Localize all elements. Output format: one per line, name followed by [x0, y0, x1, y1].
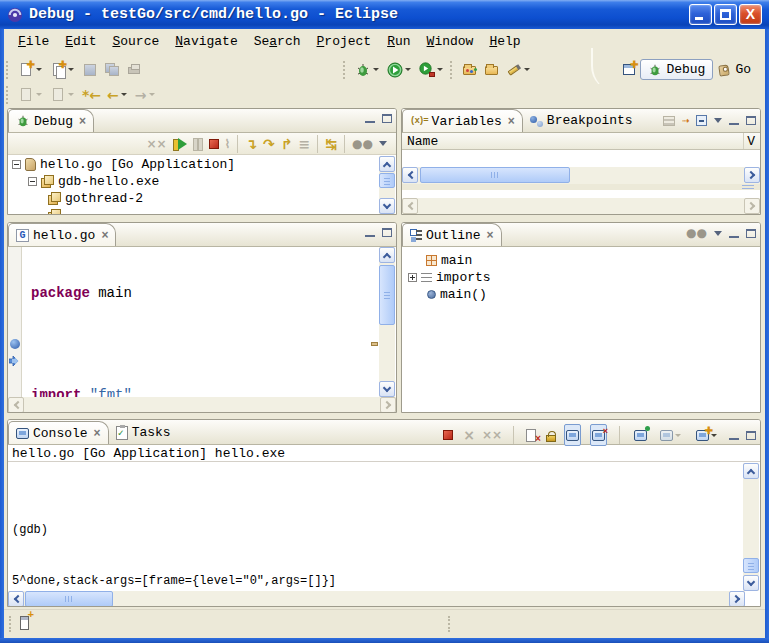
- remove-all-terminated-button[interactable]: ××: [144, 133, 168, 155]
- remove-all-terminated-icon[interactable]: ××: [482, 429, 502, 441]
- collapse-expander-icon[interactable]: [12, 160, 21, 169]
- new-project-button[interactable]: ✚: [48, 59, 78, 81]
- close-tab-icon[interactable]: ×: [487, 228, 494, 242]
- menu-help[interactable]: Help: [481, 32, 528, 51]
- minimize-view-icon[interactable]: [729, 116, 739, 125]
- console-terminate-button[interactable]: [441, 424, 455, 446]
- back-button[interactable]: ←: [105, 84, 131, 106]
- tab-variables[interactable]: (x)= Variables ×: [402, 109, 523, 132]
- minimize-view-icon[interactable]: [365, 228, 375, 237]
- menu-edit[interactable]: Edit: [57, 32, 104, 51]
- maximize-view-icon[interactable]: [382, 114, 392, 123]
- code-line[interactable]: package main: [31, 285, 371, 302]
- add-global-variables-icon[interactable]: ⇢: [682, 114, 689, 127]
- debug-tree-vscrollbar[interactable]: [379, 156, 395, 214]
- tab-breakpoints[interactable]: Breakpoints: [523, 109, 640, 132]
- debug-view-menu-button[interactable]: [377, 133, 389, 155]
- outline-item-imports[interactable]: imports: [402, 269, 760, 286]
- save-all-button[interactable]: [102, 59, 122, 81]
- external-tools-button[interactable]: [417, 59, 447, 81]
- maximize-view-icon[interactable]: [746, 431, 756, 440]
- outline-extras-icon[interactable]: ●●: [686, 228, 707, 238]
- scroll-up-arrow[interactable]: [743, 463, 759, 479]
- minimize-view-icon[interactable]: [729, 229, 739, 238]
- toolbar-grip[interactable]: [343, 61, 347, 79]
- minimize-view-icon[interactable]: [365, 114, 375, 123]
- scroll-thumb[interactable]: [379, 173, 395, 188]
- scroll-left-arrow[interactable]: [402, 198, 418, 214]
- variables-detail-pane[interactable]: [402, 190, 760, 198]
- outline-item-package[interactable]: main: [402, 252, 760, 269]
- view-menu-icon[interactable]: [714, 118, 722, 123]
- disconnect-button[interactable]: ⌇: [223, 133, 233, 155]
- go-into-doc-button[interactable]: [48, 84, 78, 106]
- close-tab-icon[interactable]: ×: [101, 228, 108, 242]
- menu-project[interactable]: Project: [309, 32, 380, 51]
- title-bar[interactable]: Debug - testGo/src/cmd/hello.go - Eclips…: [0, 0, 769, 29]
- toolbar-grip[interactable]: [6, 86, 10, 104]
- scroll-up-arrow[interactable]: [379, 247, 395, 263]
- scroll-up-arrow[interactable]: [379, 156, 395, 172]
- clear-console-icon[interactable]: ×: [525, 428, 539, 443]
- close-tab-icon[interactable]: ×: [508, 114, 515, 128]
- detail-hscrollbar[interactable]: [402, 198, 760, 215]
- toolbar-grip[interactable]: [6, 61, 10, 79]
- show-stderr-toggle[interactable]: ×: [590, 424, 607, 446]
- fast-view-icon[interactable]: [20, 616, 29, 630]
- menu-navigate[interactable]: Navigate: [167, 32, 245, 51]
- editor-hscrollbar[interactable]: [8, 397, 396, 413]
- variables-hscrollbar[interactable]: [402, 167, 760, 184]
- use-step-filters-button[interactable]: ↹: [323, 133, 339, 155]
- menu-source[interactable]: Source: [104, 32, 167, 51]
- tab-debug[interactable]: Debug ×: [8, 109, 94, 132]
- tree-row-process[interactable]: gdb-hello.exe: [8, 173, 379, 190]
- editor-vscrollbar[interactable]: [379, 247, 395, 397]
- debug-button[interactable]: [353, 59, 383, 81]
- collapse-all-icon[interactable]: [696, 115, 707, 126]
- new-wizard-button[interactable]: ✚: [16, 59, 46, 81]
- open-console-button[interactable]: ✚: [694, 424, 721, 446]
- overview-ruler-marker[interactable]: [371, 342, 378, 346]
- resume-button[interactable]: [171, 133, 189, 155]
- outline-item-main-func[interactable]: main(): [402, 286, 760, 303]
- scroll-lock-icon[interactable]: [546, 435, 556, 442]
- perspective-go-button[interactable]: Go: [713, 60, 755, 80]
- minimize-view-icon[interactable]: [729, 431, 739, 440]
- menu-search[interactable]: Search: [246, 32, 309, 51]
- scroll-down-arrow[interactable]: [743, 575, 759, 591]
- menu-file[interactable]: File: [10, 32, 57, 51]
- statusbar-grip[interactable]: [9, 616, 12, 632]
- forward-button[interactable]: →: [133, 84, 159, 106]
- editor-marker-ruler[interactable]: [8, 247, 22, 397]
- column-divider[interactable]: [743, 133, 744, 149]
- show-type-names-icon[interactable]: [663, 116, 675, 126]
- scroll-left-arrow[interactable]: [8, 397, 24, 413]
- menu-window[interactable]: Window: [419, 32, 482, 51]
- save-button[interactable]: [80, 59, 100, 81]
- statusbar-grip[interactable]: [448, 616, 451, 632]
- scroll-thumb[interactable]: [25, 591, 113, 607]
- minimize-button[interactable]: [689, 4, 712, 25]
- scroll-left-arrow[interactable]: [402, 167, 418, 183]
- search-button[interactable]: [504, 59, 534, 81]
- tab-outline[interactable]: Outline ×: [402, 223, 502, 246]
- variables-table-area[interactable]: [402, 151, 760, 167]
- code-area[interactable]: package main import "fmt" func main() { …: [23, 247, 371, 397]
- scroll-thumb[interactable]: [420, 167, 570, 183]
- display-selected-console-button[interactable]: [658, 424, 685, 446]
- maximize-view-icon[interactable]: [746, 116, 756, 125]
- perspective-debug-button[interactable]: Debug: [640, 59, 713, 80]
- scroll-right-arrow[interactable]: [744, 167, 760, 183]
- close-tab-icon[interactable]: ×: [79, 114, 86, 128]
- tree-row-launch[interactable]: hello.go [Go Application]: [8, 156, 379, 173]
- step-over-button[interactable]: ↷: [261, 133, 277, 155]
- console-vscrollbar[interactable]: [743, 463, 759, 591]
- close-tab-icon[interactable]: ×: [94, 426, 101, 440]
- last-edit-doc-button[interactable]: [16, 84, 46, 106]
- step-into-button[interactable]: ↴: [243, 133, 259, 155]
- remove-launch-icon[interactable]: ×: [463, 429, 475, 441]
- scroll-thumb[interactable]: [379, 265, 395, 325]
- tree-row-clipped[interactable]: [8, 207, 379, 214]
- open-folder-button[interactable]: [482, 59, 502, 81]
- scroll-down-arrow[interactable]: [379, 198, 395, 214]
